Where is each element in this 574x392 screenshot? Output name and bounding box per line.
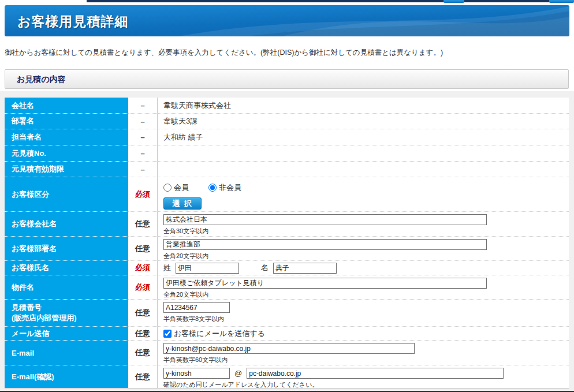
row-label: お客様部署名 (5, 237, 128, 261)
label-text: お客様氏名 (12, 263, 128, 273)
input-note: 半角英数字8文字以内 (163, 315, 569, 323)
row-customer-department: お客様部署名 任意 全角20文字以内 (5, 237, 569, 261)
page-header-banner: お客様用見積詳細 (5, 5, 569, 36)
radio-nonmember-input[interactable] (208, 184, 217, 192)
row-label: E-mail (5, 341, 128, 365)
row-label: お客様氏名 (5, 261, 128, 275)
email-input[interactable] (163, 343, 415, 354)
row-customer-type: お客様区分 必須 会員 非会員 選 択 (5, 177, 569, 212)
page-description: 御社からお客様に対しての見積書となります、必要事項を入力してください。(弊社(D… (5, 48, 569, 58)
value-cell: 全角30文字以内 (157, 212, 569, 237)
requirement-marker: 必須 (128, 177, 157, 212)
customer-department-input[interactable] (163, 239, 487, 250)
value-cell (157, 145, 569, 162)
label-text: 元見積有効期限 (12, 164, 128, 174)
value-cell: 姓 名 (157, 261, 569, 275)
value-cell: @ 確認のため同じメールアドレスを入力してください。 (157, 365, 569, 388)
requirement-marker: – (128, 129, 157, 145)
row-subject: 物件名 必須 全角20文字以内 (5, 275, 569, 300)
requirement-marker: 必須 (128, 261, 157, 275)
readonly-value: 韋駄天3課 (163, 116, 569, 126)
row-customer-name: お客様氏名 必須 姓 名 (5, 261, 569, 275)
row-original-quote-expiry: 元見積有効期限 – (5, 162, 569, 177)
radio-member-label: 会員 (174, 182, 189, 193)
requirement-marker: 任意 (128, 300, 157, 327)
email-confirm-domain-input[interactable] (247, 368, 504, 379)
value-cell: 韋駄天3課 (157, 114, 569, 129)
send-mail-checkbox[interactable] (163, 330, 172, 338)
value-cell: 全角20文字以内 (157, 275, 569, 300)
label-text: 元見積No. (12, 148, 128, 159)
row-label: 担当者名 (5, 129, 128, 145)
requirement-marker: – (128, 145, 157, 162)
send-mail-checkbox-row[interactable]: お客様にメールを送信する (163, 328, 569, 339)
page-title: お客様用見積詳細 (5, 5, 569, 31)
row-original-quote-no: 元見積No. – (5, 145, 569, 162)
label-text: 会社名 (12, 100, 128, 111)
row-label: 見積番号 (販売店内部管理用) (5, 300, 128, 327)
input-note: 全角30文字以内 (163, 227, 569, 236)
value-cell (157, 162, 569, 177)
quote-form-table: 会社名 – 韋駄天商事株式会社 部署名 – 韋駄天3課 担当者名 – 大和紡 績… (5, 98, 569, 389)
label-text-line1: 見積番号 (12, 303, 128, 313)
label-text: お客様部署名 (12, 244, 128, 254)
send-mail-checkbox-label: お客様にメールを送信する (174, 328, 265, 339)
customer-name-fields: 姓 名 (163, 263, 569, 274)
input-note: 全角20文字以内 (163, 252, 569, 260)
email-confirm-fields: @ (163, 368, 569, 379)
radio-nonmember-label: 非会員 (219, 182, 241, 193)
customer-company-input[interactable] (163, 214, 487, 225)
first-name-input[interactable] (273, 263, 337, 274)
value-cell: 韋駄天商事株式会社 (157, 98, 569, 114)
email-confirm-local-input[interactable] (163, 368, 230, 379)
top-button-fragment[interactable] (549, 0, 574, 3)
row-mail-send: メール送信 任意 お客様にメールを送信する (5, 327, 569, 341)
input-note: 確認のため同じメールアドレスを入力してください。 (163, 380, 569, 389)
top-button-fragment[interactable] (443, 0, 464, 3)
value-cell: お客様にメールを送信する (157, 327, 569, 341)
row-label: 物件名 (5, 275, 128, 300)
row-email: E-mail 任意 半角英数字60文字以内 (5, 341, 569, 365)
label-text-line2: (販売店内部管理用) (12, 313, 128, 323)
readonly-value: 大和紡 績子 (163, 132, 569, 143)
row-department: 部署名 – 韋駄天3課 (5, 114, 569, 129)
value-cell: 半角英数字60文字以内 (157, 341, 569, 365)
row-person: 担当者名 – 大和紡 績子 (5, 129, 569, 145)
requirement-marker: – (128, 162, 157, 177)
row-label: お客様区分 (5, 177, 128, 212)
requirement-marker: 任意 (128, 365, 157, 388)
value-cell: 大和紡 績子 (157, 129, 569, 145)
requirement-marker: 任意 (128, 212, 157, 237)
requirement-marker: – (128, 114, 157, 129)
row-label: 部署名 (5, 114, 128, 129)
last-name-input[interactable] (176, 263, 239, 274)
label-text: E-mail (12, 349, 128, 357)
label-text: E-mail(確認) (12, 372, 128, 382)
quote-number-input[interactable] (163, 302, 230, 313)
value-cell: 会員 非会員 選 択 (157, 177, 569, 212)
requirement-marker: 任意 (128, 237, 157, 261)
radio-member[interactable]: 会員 (163, 182, 189, 193)
section-title: お見積の内容 (5, 70, 66, 85)
label-text: お客様区分 (12, 189, 128, 200)
radio-nonmember[interactable]: 非会員 (208, 182, 241, 193)
requirement-marker: 必須 (128, 275, 157, 300)
label-text: 部署名 (12, 116, 128, 126)
at-sign: @ (234, 369, 242, 378)
select-button[interactable]: 選 択 (163, 197, 202, 210)
row-label: E-mail(確認) (5, 365, 128, 388)
section-header: お見積の内容 (5, 69, 569, 89)
row-label: お客様会社名 (5, 212, 128, 237)
value-cell: 全角20文字以内 (157, 237, 569, 261)
input-note: 半角英数字60文字以内 (163, 356, 569, 364)
first-name-label: 名 (261, 263, 269, 273)
subject-input[interactable] (163, 278, 487, 289)
label-text: お客様会社名 (12, 219, 128, 229)
last-name-label: 姓 (163, 263, 171, 273)
label-text: 担当者名 (12, 132, 128, 143)
row-label: 元見積No. (5, 145, 128, 162)
readonly-value: 韋駄天商事株式会社 (163, 100, 569, 111)
customer-type-radio-group: 会員 非会員 (163, 182, 569, 193)
radio-member-input[interactable] (163, 184, 172, 192)
row-label: 元見積有効期限 (5, 162, 128, 177)
